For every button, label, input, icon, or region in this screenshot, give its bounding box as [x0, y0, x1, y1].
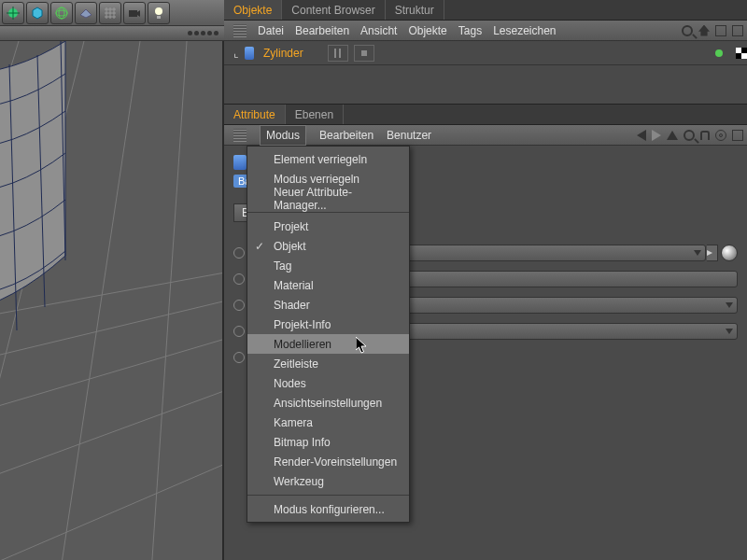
cylinder-icon — [233, 155, 247, 170]
menu-item-element-verriegeln[interactable]: Element verriegeln — [247, 149, 409, 169]
dot-icon — [188, 31, 192, 35]
tab-objekte[interactable]: Objekte — [224, 0, 282, 20]
menu-item-projekt[interactable]: Projekt — [247, 217, 409, 236]
separator — [247, 212, 409, 213]
menu-item-objekt[interactable]: Objekt — [247, 236, 409, 256]
grip-icon[interactable] — [233, 24, 247, 37]
menu-item-bitmap-info[interactable]: Bitmap Info — [247, 432, 409, 452]
attribute-menu: Modus Bearbeiten Benutzer — [224, 125, 747, 146]
tool-plane-icon[interactable] — [75, 2, 97, 24]
svg-line-9 — [0, 326, 224, 508]
object-manager-tabs: Objekte Content Browser Struktur — [224, 0, 747, 21]
menu-item-nodes[interactable]: Nodes — [247, 373, 409, 393]
svg-point-2 — [56, 10, 67, 16]
search-icon[interactable] — [682, 25, 693, 36]
tool-camera-icon[interactable] — [123, 2, 146, 24]
menu-benutzer[interactable]: Benutzer — [387, 129, 431, 142]
viewport-content — [0, 41, 224, 560]
menu-item-neuer-attribute-manager[interactable]: Neuer Attribute-Manager... — [247, 189, 409, 208]
viewport-3d[interactable] — [0, 41, 224, 560]
menu-tags[interactable]: Tags — [458, 24, 482, 37]
chevron-down-icon — [726, 329, 733, 334]
main-toolbar — [0, 0, 224, 26]
menu-item-material[interactable]: Material — [247, 275, 409, 295]
menu-item-werkzeug[interactable]: Werkzeug — [247, 471, 409, 491]
tool-grid-icon[interactable] — [99, 2, 121, 24]
menu-bearbeiten-attr[interactable]: Bearbeiten — [319, 129, 374, 142]
menu-item-ansichtseinstellungen[interactable]: Ansichtseinstellungen — [247, 393, 409, 413]
menu-item-kamera[interactable]: Kamera — [247, 413, 409, 432]
menu-item-zeitleiste[interactable]: Zeitleiste — [247, 354, 409, 373]
svg-rect-4 — [129, 10, 137, 17]
radio-icon[interactable] — [233, 352, 245, 363]
object-list-blank — [224, 65, 747, 105]
chevron-down-icon — [726, 302, 733, 308]
menu-item-render-voreinstellungen[interactable]: Render-Voreinstellungen — [247, 452, 409, 471]
expand-icon[interactable] — [715, 25, 726, 36]
radio-icon[interactable] — [233, 326, 245, 337]
nav-up-icon[interactable] — [667, 131, 678, 140]
svg-line-14 — [149, 41, 187, 560]
nav-fwd-icon[interactable] — [652, 130, 661, 141]
menu-item-projekt-info[interactable]: Projekt-Info — [247, 315, 409, 334]
tool-scale-icon[interactable] — [2, 2, 24, 24]
dock-icon[interactable] — [732, 25, 743, 36]
object-row-zylinder[interactable]: ⌞ Zylinder — [224, 41, 747, 65]
tab-struktur[interactable]: Struktur — [386, 0, 444, 20]
target-icon[interactable] — [715, 130, 726, 141]
svg-point-3 — [59, 7, 64, 19]
search-icon[interactable] — [684, 130, 695, 141]
tool-globe-icon[interactable] — [50, 2, 73, 24]
tool-cube-icon[interactable] — [26, 2, 49, 24]
enable-dot-icon[interactable] — [715, 49, 723, 57]
object-manager-menu: Datei Bearbeiten Ansicht Objekte Tags Le… — [224, 21, 747, 41]
menu-lesezeichen[interactable]: Lesezeichen — [493, 24, 556, 37]
tab-attribute[interactable]: Attribute — [224, 105, 286, 124]
home-icon[interactable] — [698, 25, 710, 36]
stepper-icon[interactable]: ▸ — [707, 245, 718, 261]
svg-line-10 — [0, 368, 224, 560]
checker-icon[interactable] — [736, 48, 747, 59]
svg-point-5 — [155, 7, 162, 15]
attribute-tabs: Attribute Ebenen — [224, 105, 747, 125]
svg-line-8 — [0, 298, 224, 433]
nav-back-icon[interactable] — [637, 130, 646, 141]
tab-ebenen[interactable]: Ebenen — [286, 105, 344, 124]
visibility-cell[interactable] — [354, 45, 374, 62]
separator — [247, 495, 409, 496]
expand-handle-icon[interactable]: ⌞ — [233, 47, 239, 60]
dock-icon[interactable] — [732, 130, 743, 141]
svg-line-7 — [0, 274, 224, 377]
object-name-label[interactable]: Zylinder — [263, 47, 303, 60]
radio-icon[interactable] — [233, 273, 245, 285]
menu-item-modus-konfigurieren[interactable]: Modus konfigurieren... — [247, 499, 409, 519]
menu-modus[interactable]: Modus — [260, 125, 306, 146]
svg-point-1 — [56, 7, 67, 19]
radio-icon[interactable] — [233, 247, 245, 259]
lock-icon[interactable] — [700, 131, 710, 140]
chevron-down-icon — [694, 250, 701, 256]
cylinder-icon — [245, 47, 254, 60]
menu-item-tag[interactable]: Tag — [247, 256, 409, 275]
menu-ansicht[interactable]: Ansicht — [360, 24, 397, 37]
radio-icon[interactable] — [233, 300, 245, 311]
toolbar-secondary — [0, 26, 224, 41]
globe-icon[interactable] — [721, 245, 738, 261]
menu-item-modellieren[interactable]: Modellieren — [247, 334, 409, 354]
menu-datei[interactable]: Datei — [258, 24, 284, 37]
menu-item-shader[interactable]: Shader — [247, 295, 409, 315]
grip-icon[interactable] — [233, 129, 247, 142]
menu-objekte[interactable]: Objekte — [408, 24, 446, 37]
menu-bearbeiten[interactable]: Bearbeiten — [295, 24, 349, 37]
modus-popup-menu: Element verriegeln Modus verriegeln Neue… — [247, 146, 410, 523]
layer-cell[interactable] — [328, 45, 348, 62]
tool-light-icon[interactable] — [148, 2, 170, 24]
tab-content-browser[interactable]: Content Browser — [282, 0, 385, 20]
